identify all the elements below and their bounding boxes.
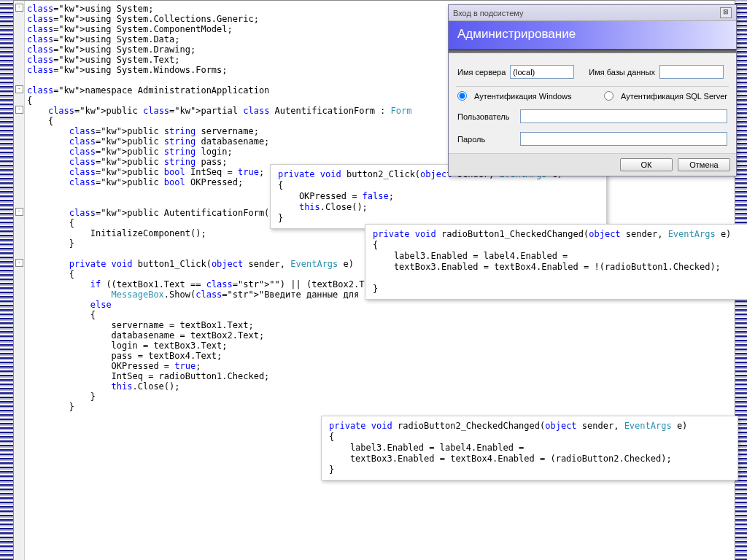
snippet-radio1: private void radioButton1_CheckedChanged… <box>365 224 747 300</box>
gutter: - - - - - <box>14 1 25 560</box>
server-label: Имя сервера <box>457 68 506 77</box>
db-input[interactable] <box>659 65 724 79</box>
dialog-title: Вход в подсистему <box>453 9 523 18</box>
user-input[interactable] <box>520 109 727 123</box>
login-dialog: Вход в подсистему ⊠ Администрирование Им… <box>448 4 737 176</box>
auth-sql-radio[interactable] <box>604 91 614 101</box>
fold-icon[interactable]: - <box>15 4 23 12</box>
db-label: Имя базы данных <box>589 68 655 77</box>
dialog-header: Администрирование <box>449 21 736 49</box>
cancel-button[interactable]: Отмена <box>678 158 730 171</box>
auth-windows-radio[interactable] <box>457 91 467 101</box>
fold-icon[interactable]: - <box>15 208 23 216</box>
auth-windows-label: Аутентификация Windows <box>474 92 571 101</box>
password-label: Пароль <box>457 135 516 144</box>
user-label: Пользователь <box>457 112 516 121</box>
fold-icon[interactable]: - <box>15 259 23 267</box>
server-input[interactable] <box>510 65 574 79</box>
separator <box>449 49 736 53</box>
fold-icon[interactable]: - <box>15 85 23 93</box>
close-icon[interactable]: ⊠ <box>720 7 732 18</box>
auth-sql-label: Аутентификация SQL Server <box>621 92 727 101</box>
password-input[interactable] <box>520 132 727 146</box>
border-left <box>0 0 13 560</box>
dialog-footer: ОК Отмена <box>449 153 736 176</box>
snippet-radio2: private void radioButton2_CheckedChanged… <box>321 416 738 481</box>
dialog-titlebar[interactable]: Вход в подсистему ⊠ <box>449 5 736 21</box>
fold-icon[interactable]: - <box>15 106 23 114</box>
ok-button[interactable]: ОК <box>620 158 673 171</box>
